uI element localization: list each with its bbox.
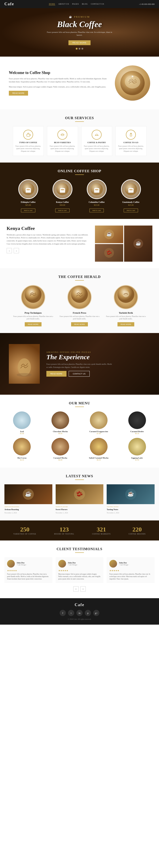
menu-item-brulee: Caramel Brulee $6.50: [120, 411, 155, 435]
news-img-3: ☕: [107, 484, 155, 504]
stat-label-varieties: Varieties of Coffee: [14, 533, 36, 535]
turkish-ibrik-image: [117, 286, 135, 303]
hero-dot-3[interactable]: [81, 48, 83, 50]
svg-point-28: [25, 286, 42, 303]
columbia-cup-icon: [90, 183, 103, 196]
shop-card-kenya: Kenya Coffee $30.00 Add to cart: [47, 179, 78, 212]
svg-point-13: [60, 189, 64, 190]
herald-desc-french: Fusce posuere felis sed lacus pharetra. …: [58, 315, 101, 320]
menu-name-salted: Salted Caramel Mocha: [81, 457, 116, 459]
hero-dot-1[interactable]: [76, 48, 78, 50]
hero-subtitle: Fusce posuere felis sed lacus pharetra. …: [46, 31, 113, 37]
svg-point-9: [26, 189, 30, 190]
service-desc-types: Fusce posuere felis sed lacus pharetra, …: [15, 145, 41, 152]
svg-point-2: [132, 75, 133, 77]
facebook-icon[interactable]: f: [60, 610, 66, 616]
experience-contact-button[interactable]: Contact Us: [69, 371, 90, 377]
service-card-types: Types of Coffee Fusce posuere felis sed …: [13, 126, 44, 156]
testimonial-role-2: - Cafe Design -: [68, 564, 78, 566]
testimonial-prev-button[interactable]: ‹: [73, 586, 79, 592]
nav-pages[interactable]: Pages: [72, 3, 79, 5]
stat-label-brands: Coffee Brands: [129, 533, 145, 535]
googleplus-icon[interactable]: g+: [93, 610, 99, 616]
nav-contact[interactable]: Contact Us: [91, 3, 104, 5]
svg-text:🫘: 🫘: [76, 491, 83, 497]
news-thumbnail-1: ☕: [22, 488, 35, 501]
kenya-images: ☕ ☕ 🫘: [95, 225, 152, 262]
stat-brands: 220 Coffee Brands: [129, 526, 145, 535]
svg-point-21: [129, 189, 133, 190]
svg-text:🫘: 🫘: [106, 250, 112, 255]
testimonial-text-1: Fusce posuere felis sed lacus pharetra. …: [7, 573, 50, 580]
testimonial-avatar-1: [7, 560, 15, 567]
experience-image: [9, 344, 40, 384]
experience-buttons: Read More Contact Us: [46, 371, 150, 377]
nav-home[interactable]: Home: [49, 3, 55, 5]
herald-divider: [75, 280, 84, 281]
menu-item-iced: Iced $5.00: [4, 411, 39, 435]
testimonial-next-button[interactable]: ›: [80, 586, 86, 592]
linkedin-icon[interactable]: in: [76, 610, 83, 616]
menu-price-brulee: $6.50: [120, 433, 155, 435]
hero-dot-2[interactable]: [79, 48, 80, 50]
service-icon-beans: [57, 130, 68, 140]
footer-social: f t in p g+: [4, 610, 155, 616]
herald-btn-french[interactable]: Read More: [71, 322, 88, 327]
nav-about[interactable]: About Us: [58, 3, 69, 5]
menu-price-mocha: $6.00: [43, 433, 78, 435]
testimonials-section: Client Testimonials John Doe - Cafe Desi…: [0, 540, 159, 598]
herald-btn-turkish[interactable]: Read More: [117, 322, 134, 327]
shop-btn-columbia[interactable]: Add to cart: [89, 209, 104, 212]
herald-name-french: French Press: [58, 311, 101, 314]
footer-copyright: © 2024 Cafe. All rights reserved.: [4, 618, 155, 620]
shop-name-columbia: Columbia Coffee: [81, 201, 112, 203]
shop-name-kenya: Kenya Coffee: [47, 201, 78, 203]
french-press-image: [71, 286, 88, 303]
testimonial-header-3: John Doe - Cafe Design -: [109, 560, 152, 567]
svg-point-17: [95, 189, 99, 190]
kenya-next-button[interactable]: ›: [14, 248, 19, 253]
services-divider: [75, 121, 84, 122]
herald-title: The Coffee Herald: [4, 275, 155, 279]
news-grid: ☕ Artisan Roasting Artisan Roasting Nove…: [4, 484, 155, 514]
twitter-icon[interactable]: t: [68, 610, 74, 616]
shop-btn-ethiopia[interactable]: Add to cart: [21, 209, 35, 212]
hero-section: ☕ Premium Black Coffee Fusce posuere fel…: [0, 8, 159, 57]
news-date-3: November 2, 2024: [107, 512, 155, 514]
svg-text:☕: ☕: [106, 231, 112, 237]
testimonial-meta-1: John Doe - Cafe Design -: [17, 562, 27, 566]
menu-img-iced: [13, 411, 31, 429]
nav-blog[interactable]: Blog: [82, 3, 88, 5]
pinterest-icon[interactable]: p: [85, 610, 91, 616]
hero-title: Black Coffee: [46, 20, 113, 29]
testimonials-title: Client Testimonials: [4, 547, 155, 551]
menu-name-iced: Iced: [4, 430, 39, 433]
hero-cta-button[interactable]: Read More: [69, 40, 90, 45]
news-card-2: 🫘 Sweet Flavors Sweet Flavors November 2…: [56, 484, 104, 514]
service-icon-togo: [126, 130, 136, 140]
menu-price-hotcocoa: $4.50: [4, 459, 39, 461]
service-card-pastry: Coffee & Pastry Fusce posuere felis sed …: [81, 126, 112, 156]
experience-subtitle: Amazing offers Online Pizzas: [46, 351, 150, 353]
shop-card-columbia: Columbia Coffee $25.00 Add to cart: [81, 179, 112, 212]
herald-img-prep: [21, 285, 45, 309]
service-icon-pastry: [91, 130, 102, 140]
shop-btn-kenya[interactable]: Add to cart: [55, 209, 70, 212]
kenya-prev-button[interactable]: ‹: [7, 248, 12, 253]
herald-card-prep: Prep Techniques Fusce posuere felis sed …: [12, 285, 54, 327]
welcome-title: Welcome to Coffee Shop: [9, 70, 108, 75]
experience-read-more-button[interactable]: Read More: [46, 371, 67, 377]
welcome-cta-button[interactable]: Read More: [9, 91, 28, 96]
herald-img-french: [68, 285, 91, 309]
testimonial-avatar-2: [58, 560, 66, 567]
herald-card-french: French Press Fusce posuere felis sed lac…: [58, 285, 101, 327]
kenya-photo-1: ☕: [104, 229, 115, 240]
kenya-cup-icon: [56, 183, 69, 196]
herald-btn-prep[interactable]: Read More: [25, 322, 42, 327]
navbar: Cafe Home About Us Pages Blog Contact Us…: [0, 0, 159, 8]
shop-price-columbia: $25.00: [81, 204, 112, 206]
kenya-photo-2: ☕: [133, 238, 144, 249]
herald-img-turkish: [114, 285, 138, 309]
hero-content: ☕ Premium Black Coffee Fusce posuere fel…: [46, 16, 113, 50]
shop-btn-guatemaly[interactable]: Add to cart: [124, 209, 138, 212]
